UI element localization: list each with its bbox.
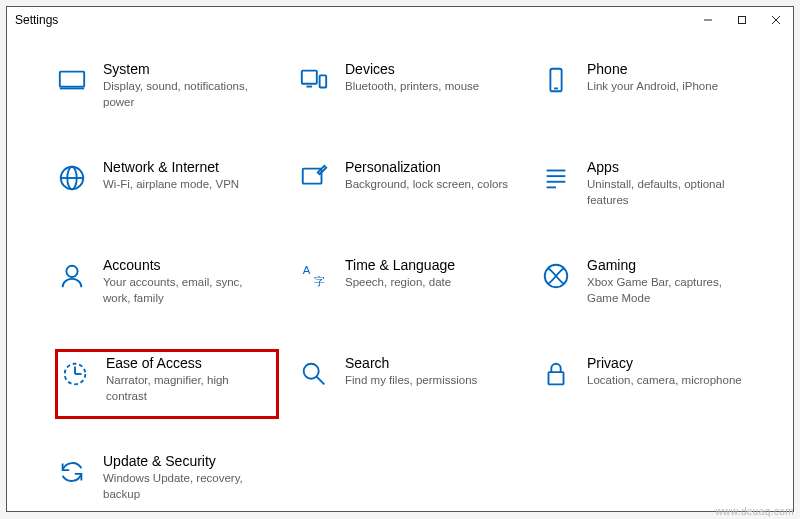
tile-network[interactable]: Network & Internet Wi-Fi, airplane mode,… — [55, 153, 279, 223]
settings-content: System Display, sound, notifications, po… — [7, 33, 793, 519]
tile-desc: Xbox Game Bar, captures, Game Mode — [587, 275, 755, 306]
svg-point-26 — [304, 364, 319, 379]
close-button[interactable] — [759, 7, 793, 33]
xbox-icon — [539, 259, 573, 293]
tile-devices[interactable]: Devices Bluetooth, printers, mouse — [297, 55, 521, 125]
tile-title: Apps — [587, 159, 755, 175]
tile-title: Search — [345, 355, 513, 371]
tile-desc: Uninstall, defaults, optional features — [587, 177, 755, 208]
tile-desc: Find my files, permissions — [345, 373, 513, 389]
svg-rect-6 — [302, 71, 317, 84]
tile-system[interactable]: System Display, sound, notifications, po… — [55, 55, 279, 125]
svg-point-19 — [66, 266, 77, 277]
tile-title: Update & Security — [103, 453, 271, 469]
tile-privacy[interactable]: Privacy Location, camera, microphone — [539, 349, 763, 419]
tile-desc: Display, sound, notifications, power — [103, 79, 271, 110]
tile-gaming[interactable]: Gaming Xbox Game Bar, captures, Game Mod… — [539, 251, 763, 321]
tile-search[interactable]: Search Find my files, permissions — [297, 349, 521, 419]
tile-desc: Link your Android, iPhone — [587, 79, 755, 95]
tile-desc: Speech, region, date — [345, 275, 513, 291]
ease-of-access-icon — [58, 357, 92, 391]
tile-title: Devices — [345, 61, 513, 77]
maximize-button[interactable] — [725, 7, 759, 33]
globe-icon — [55, 161, 89, 195]
phone-icon — [539, 63, 573, 97]
tile-update-security[interactable]: Update & Security Windows Update, recove… — [55, 447, 279, 517]
tile-desc: Location, camera, microphone — [587, 373, 755, 389]
svg-text:A: A — [303, 264, 311, 276]
svg-rect-7 — [320, 75, 327, 87]
update-icon — [55, 455, 89, 489]
minimize-button[interactable] — [691, 7, 725, 33]
tile-title: Network & Internet — [103, 159, 271, 175]
svg-line-27 — [317, 377, 325, 385]
watermark: www.deuaq.com — [715, 506, 794, 517]
tile-title: Gaming — [587, 257, 755, 273]
tile-title: Ease of Access — [106, 355, 271, 371]
time-language-icon: A字 — [297, 259, 331, 293]
tile-desc: Wi-Fi, airplane mode, VPN — [103, 177, 271, 193]
window-controls — [691, 7, 793, 33]
svg-rect-4 — [60, 72, 84, 87]
tile-title: Accounts — [103, 257, 271, 273]
tile-desc: Windows Update, recovery, backup — [103, 471, 271, 502]
svg-rect-28 — [549, 372, 564, 384]
titlebar: Settings — [7, 7, 793, 33]
settings-grid: System Display, sound, notifications, po… — [55, 55, 753, 517]
tile-title: System — [103, 61, 271, 77]
tile-desc: Bluetooth, printers, mouse — [345, 79, 513, 95]
person-icon — [55, 259, 89, 293]
settings-window: Settings System Display, sound, notifi — [6, 6, 794, 512]
apps-icon — [539, 161, 573, 195]
svg-text:字: 字 — [314, 275, 325, 287]
tile-ease-of-access[interactable]: Ease of Access Narrator, magnifier, high… — [55, 349, 279, 419]
system-icon — [55, 63, 89, 97]
tile-title: Phone — [587, 61, 755, 77]
lock-icon — [539, 357, 573, 391]
devices-icon — [297, 63, 331, 97]
tile-time-language[interactable]: A字 Time & Language Speech, region, date — [297, 251, 521, 321]
paintbrush-icon — [297, 161, 331, 195]
tile-desc: Narrator, magnifier, high contrast — [106, 373, 271, 404]
tile-phone[interactable]: Phone Link your Android, iPhone — [539, 55, 763, 125]
svg-rect-1 — [739, 17, 746, 24]
tile-accounts[interactable]: Accounts Your accounts, email, sync, wor… — [55, 251, 279, 321]
tile-personalization[interactable]: Personalization Background, lock screen,… — [297, 153, 521, 223]
tile-desc: Background, lock screen, colors — [345, 177, 513, 193]
window-title: Settings — [15, 13, 58, 27]
tile-apps[interactable]: Apps Uninstall, defaults, optional featu… — [539, 153, 763, 223]
tile-title: Time & Language — [345, 257, 513, 273]
tile-desc: Your accounts, email, sync, work, family — [103, 275, 271, 306]
search-icon — [297, 357, 331, 391]
tile-title: Privacy — [587, 355, 755, 371]
tile-title: Personalization — [345, 159, 513, 175]
